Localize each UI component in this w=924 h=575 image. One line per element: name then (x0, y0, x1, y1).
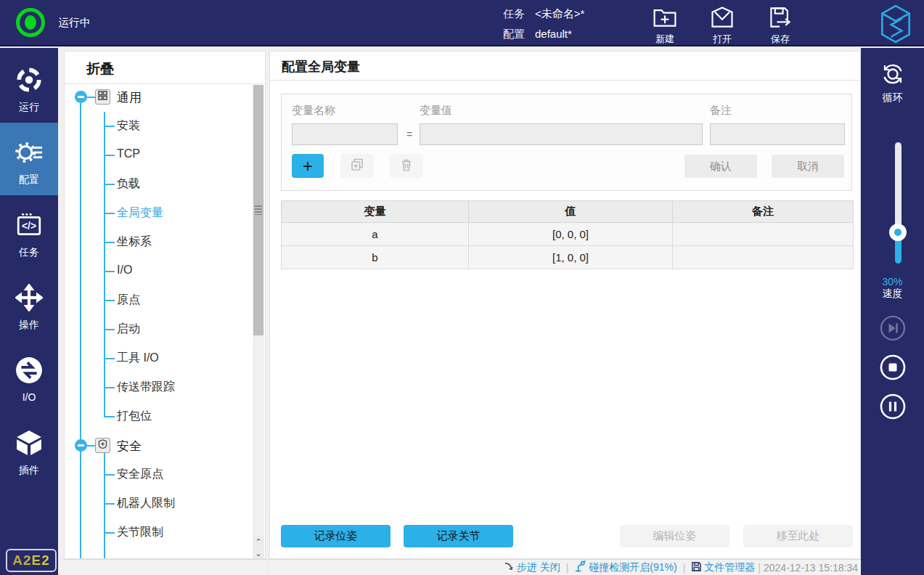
speed-slider-thumb[interactable] (889, 224, 907, 241)
save-button[interactable]: 保存 (757, 6, 804, 46)
loop-icon (880, 77, 906, 89)
robot-model-badge: A2E2 (6, 549, 57, 572)
cube-icon (15, 446, 43, 459)
tree-group-general-label[interactable]: 通用 (117, 89, 142, 106)
running-status-lamp (16, 8, 45, 37)
value-label: 变量值 (420, 104, 452, 118)
cancel-button[interactable]: 取消 (772, 155, 844, 178)
tree-item-install[interactable]: 安装 (117, 118, 255, 134)
task-line: 任务<未命名>* (503, 7, 584, 21)
tree-group-safety-label[interactable]: 安全 (117, 438, 142, 454)
new-button-label: 新建 (642, 33, 688, 46)
table-header-row: 变量 值 备注 (282, 201, 854, 223)
tree-item-io[interactable]: I/O (117, 264, 255, 280)
copy-variable-button[interactable] (340, 154, 374, 178)
add-variable-button[interactable]: + (292, 154, 324, 178)
sidebar-item-run[interactable]: 运行 (0, 50, 58, 123)
separator: | (566, 562, 569, 574)
pause-icon (880, 409, 906, 422)
variable-remark-input[interactable] (710, 123, 845, 145)
file-manager-icon (691, 561, 704, 574)
table-row[interactable]: a [0, 0, 0] (282, 223, 854, 246)
tree-item-tool-io[interactable]: 工具 I/O (117, 351, 255, 367)
tree-scrollbar-thumb[interactable] (253, 85, 263, 335)
speed-percent: 30% (861, 276, 924, 288)
variable-value-input[interactable] (420, 123, 703, 145)
delete-variable-button[interactable] (390, 154, 423, 178)
record-pose-button[interactable]: 记录位姿 (281, 525, 391, 547)
cell-remark[interactable] (673, 246, 854, 269)
tree-item-payload[interactable]: 负载 (117, 176, 255, 192)
run-icon (15, 83, 43, 96)
sidebar-item-task[interactable]: </> 任务 (0, 195, 58, 268)
tree-item-tcp[interactable]: TCP (117, 147, 255, 163)
sidebar-item-plugin[interactable]: 插件 (0, 413, 58, 486)
edit-pose-button[interactable]: 编辑位姿 (620, 525, 729, 547)
top-bar: 运行中 任务<未命名>* 配置default* 新建 打开 (0, 0, 924, 46)
speed-slider[interactable] (895, 142, 901, 264)
step-forward-button[interactable] (880, 315, 906, 341)
cell-value[interactable]: [1, 0, 0] (469, 246, 673, 269)
sidebar-item-io[interactable]: I/O (0, 340, 58, 413)
left-nav-sidebar: 运行 配置 </> 任务 (0, 48, 58, 575)
tree-item-joint-limit[interactable]: 关节限制 (117, 525, 255, 541)
sidebar-item-operate[interactable]: 操作 (0, 268, 58, 340)
tree-item-conveyor[interactable]: 传送带跟踪 (117, 380, 255, 396)
tree-item-global-variables[interactable]: 全局变量 (117, 205, 255, 221)
variable-name-input[interactable] (292, 123, 398, 145)
tree-item-coordinates[interactable]: 坐标系 (117, 235, 255, 250)
tree-item-startup[interactable]: 启动 (117, 322, 255, 338)
config-label: 配置 (503, 28, 525, 40)
collapse-all-label[interactable]: 折叠 (86, 60, 114, 78)
system-timestamp: 2024-12-13 15:18:34 (764, 562, 858, 574)
new-button[interactable]: 新建 (642, 6, 688, 46)
status-bar: 步进 关闭 | 碰撞检测开启(91%) | 文件管理器 | 2024-12-13… (64, 559, 861, 575)
record-joint-button[interactable]: 记录关节 (404, 525, 513, 547)
open-file-icon (709, 19, 735, 31)
loop-toggle[interactable]: 循环 (861, 61, 924, 105)
remark-label: 备注 (710, 104, 732, 118)
open-button[interactable]: 打开 (699, 6, 745, 46)
file-manager-link[interactable]: 文件管理器 (704, 561, 755, 574)
confirm-button[interactable]: 确认 (684, 155, 757, 178)
config-tree-panel: 折叠 通用 (64, 51, 266, 559)
variables-table: 变量 值 备注 a [0, 0, 0] b [1, 0, 0] (281, 200, 854, 269)
table-row[interactable]: b [1, 0, 0] (282, 246, 854, 269)
task-label: 任务 (503, 7, 525, 20)
pause-button[interactable] (880, 393, 906, 420)
gear-icon (15, 156, 44, 168)
col-value: 值 (469, 201, 673, 223)
config-line: 配置default* (503, 28, 572, 41)
scroll-up-icon[interactable]: ⌃ (253, 536, 264, 547)
save-button-label: 保存 (757, 33, 804, 46)
sidebar-item-config-label: 配置 (0, 174, 58, 187)
task-name: <未命名>* (535, 7, 584, 20)
general-group-icon (95, 89, 110, 105)
scroll-down-icon[interactable]: ⌄ (253, 547, 264, 559)
cell-variable[interactable]: a (282, 223, 469, 246)
sidebar-item-config[interactable]: 配置 (0, 123, 58, 195)
tree-item-safe-home[interactable]: 安全原点 (117, 467, 255, 483)
code-window-icon: </> (15, 229, 43, 241)
tree-item-pack-pos[interactable]: 打包位 (117, 409, 255, 425)
collapse-node-icon[interactable] (75, 91, 87, 103)
divider (270, 80, 860, 81)
collapse-node-icon[interactable] (75, 439, 87, 452)
cell-remark[interactable] (673, 223, 854, 246)
move-here-button[interactable]: 移至此处 (743, 525, 853, 547)
stop-button[interactable] (880, 354, 906, 380)
collision-status[interactable]: 碰撞检测开启(91%) (589, 561, 676, 574)
tree-scrollbar[interactable]: ⌃ ⌄ (253, 85, 264, 559)
cell-value[interactable]: [0, 0, 0] (469, 223, 673, 246)
step-mode-status[interactable]: 步进 关闭 (517, 561, 560, 574)
safety-group-icon (95, 438, 110, 453)
tree-item-home[interactable]: 原点 (117, 293, 255, 309)
tree-header: 折叠 (65, 52, 265, 84)
cell-variable[interactable]: b (282, 246, 469, 269)
application-window: 运行中 任务<未命名>* 配置default* 新建 打开 (0, 0, 924, 575)
tree-item-robot-limit[interactable]: 机器人限制 (117, 496, 255, 512)
name-label: 变量名称 (292, 104, 335, 118)
step-mode-icon (504, 561, 517, 574)
run-status-label: 运行中 (58, 16, 91, 30)
open-button-label: 打开 (699, 33, 745, 46)
